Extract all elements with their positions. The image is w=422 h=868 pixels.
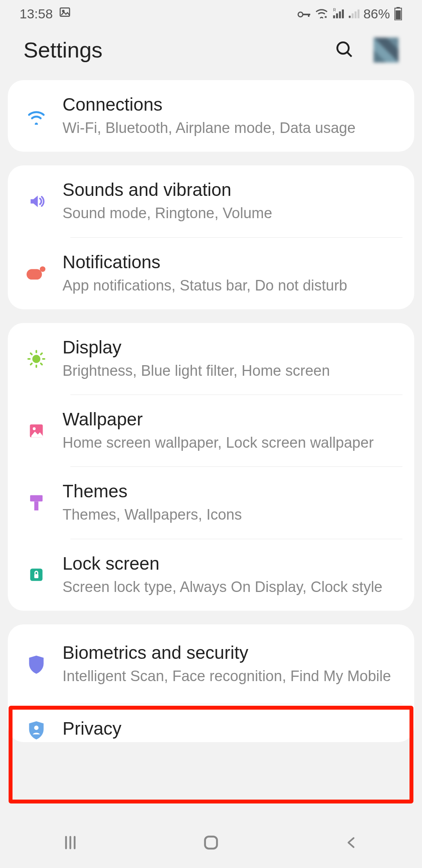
wallpaper-icon [21,422,51,439]
status-left: 13:58 [20,6,71,22]
svg-line-27 [30,353,32,354]
item-subtitle: Home screen wallpaper, Lock screen wallp… [63,433,401,453]
item-subtitle: Sound mode, Ringtone, Volume [63,203,401,223]
lock-icon [21,567,51,583]
item-wallpaper[interactable]: Wallpaper Home screen wallpaper, Lock sc… [8,395,414,466]
item-title: Lock screen [63,553,401,574]
item-title: Sounds and vibration [63,179,401,200]
svg-rect-17 [396,11,401,20]
status-time: 13:58 [20,6,53,22]
svg-text:R: R [333,8,336,12]
header: Settings [0,27,422,80]
sound-icon [21,193,51,210]
settings-group: Display Brightness, Blue light filter, H… [8,323,414,611]
svg-rect-6 [333,15,335,18]
settings-group: Connections Wi-Fi, Bluetooth, Airplane m… [8,80,414,152]
svg-point-2 [298,12,303,17]
svg-rect-7 [336,13,338,18]
battery-percent: 86% [363,6,390,22]
item-display[interactable]: Display Brightness, Blue light filter, H… [8,323,414,395]
item-biometrics[interactable]: Biometrics and security Intelligent Scan… [8,624,414,704]
svg-point-32 [32,427,35,430]
svg-rect-34 [34,502,38,511]
nav-recent[interactable] [31,834,109,851]
item-title: Privacy [63,718,401,739]
item-privacy[interactable]: Privacy [8,704,414,742]
signal-icon: R [332,6,344,22]
nav-bar [0,817,422,868]
item-title: Notifications [63,251,401,273]
privacy-icon [21,720,51,740]
item-subtitle: Screen lock type, Always On Display, Clo… [63,577,401,597]
svg-rect-20 [27,269,42,280]
item-title: Display [63,337,401,358]
item-notifications[interactable]: Notifications App notifications, Status … [8,238,414,309]
svg-rect-12 [354,11,356,18]
themes-icon [21,494,51,512]
svg-rect-41 [205,837,217,849]
svg-line-19 [347,52,351,56]
image-icon [59,6,71,22]
item-themes[interactable]: Themes Themes, Wallpapers, Icons [8,467,414,538]
svg-point-18 [337,42,349,54]
svg-line-29 [30,363,32,364]
vpn-key-icon [297,6,311,22]
item-sounds[interactable]: Sounds and vibration Sound mode, Rington… [8,165,414,237]
nav-back[interactable] [313,834,391,851]
settings-group: Sounds and vibration Sound mode, Rington… [8,165,414,309]
display-icon [21,349,51,369]
nav-home[interactable] [172,834,250,852]
svg-line-28 [41,363,42,364]
settings-list: Connections Wi-Fi, Bluetooth, Airplane m… [0,80,422,742]
svg-point-22 [32,355,40,363]
svg-rect-8 [339,11,341,18]
status-bar: 13:58 R 86% [0,0,422,27]
svg-point-21 [39,266,45,272]
svg-line-30 [41,353,42,354]
battery-icon [394,7,402,20]
item-subtitle: Wi-Fi, Bluetooth, Airplane mode, Data us… [63,118,401,138]
svg-rect-11 [352,13,354,18]
item-lockscreen[interactable]: Lock screen Screen lock type, Always On … [8,539,414,611]
page-title: Settings [23,37,102,63]
wifi-icon [315,6,328,22]
item-subtitle: Brightness, Blue light filter, Home scre… [63,361,401,381]
item-subtitle: Intelligent Scan, Face recognition, Find… [63,666,401,686]
svg-rect-13 [358,9,359,18]
item-title: Themes [63,481,401,502]
svg-rect-36 [34,574,38,579]
item-connections[interactable]: Connections Wi-Fi, Bluetooth, Airplane m… [8,80,414,152]
status-right: R 86% [297,6,402,22]
avatar[interactable] [374,38,399,63]
item-title: Wallpaper [63,409,401,430]
item-subtitle: Themes, Wallpapers, Icons [63,505,401,525]
item-title: Connections [63,94,401,115]
wifi-icon [21,108,51,125]
svg-point-14 [349,16,350,18]
signal-weak-icon [348,6,359,22]
svg-rect-9 [342,9,344,18]
svg-rect-33 [30,495,43,502]
item-title: Biometrics and security [63,642,401,663]
item-subtitle: App notifications, Status bar, Do not di… [63,276,401,296]
shield-icon [21,654,51,674]
svg-point-37 [34,726,38,730]
search-icon[interactable] [334,39,354,61]
settings-group: Biometrics and security Intelligent Scan… [8,624,414,742]
notification-icon [21,266,51,281]
svg-rect-4 [308,14,309,17]
